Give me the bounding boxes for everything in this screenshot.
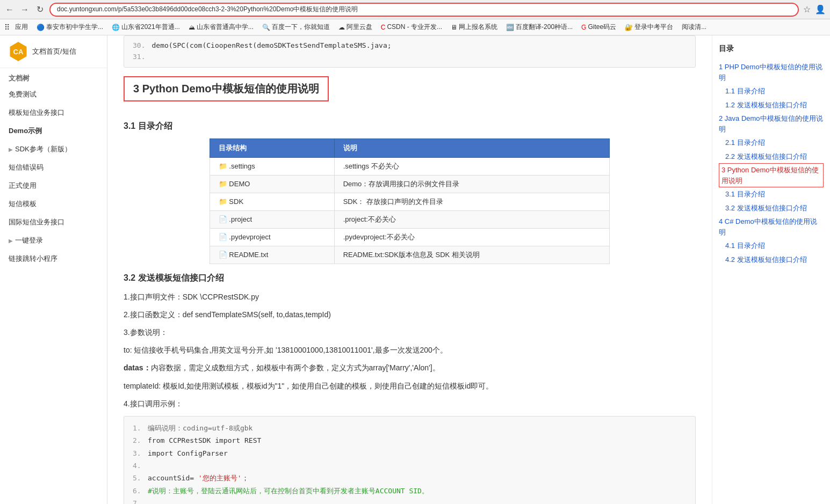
toc-panel: 目录 1 PHP Demo中模板短信的使用说明1.1 目录介绍1.2 发送模板短… <box>712 35 830 504</box>
toc-items-container: 1 PHP Demo中模板短信的使用说明1.1 目录介绍1.2 发送模板短信接口… <box>719 60 824 266</box>
bk9-favicon: G <box>581 24 586 31</box>
code-line: 4. <box>133 459 687 472</box>
bk5-favicon: ☁ <box>338 24 345 31</box>
toc-item-toc-2-2[interactable]: 2.2 发送模板短信接口介绍 <box>719 150 824 164</box>
url-text: doc.yuntongxun.com/p/5a533e0c3b8496dd00d… <box>57 5 358 14</box>
toc-item-toc-3[interactable]: 3 Python Demo中模板短信的使用说明 <box>719 163 824 187</box>
toc-item-toc-2-1[interactable]: 2.1 目录介绍 <box>719 136 824 150</box>
content-area: 30.demo(SPC(com(CioopenRest(demoSDKTestS… <box>107 35 712 504</box>
toc-item-toc-3-1[interactable]: 3.1 目录介绍 <box>719 187 824 201</box>
toc-item-toc-4[interactable]: 4 C# Demo中模板短信的使用说明 <box>719 215 824 239</box>
desc-item: 2.接口函数定义：def sendTemplateSMS(self, to,da… <box>124 308 696 322</box>
toc-item-toc-4-2[interactable]: 4.2 发送模板短信接口介绍 <box>719 253 824 267</box>
dir-table: 目录结构 说明 📁 .settings.settings 不必关心📁 DEMOD… <box>210 138 610 264</box>
code-line: 5.accountSid= '您的主账号'； <box>133 472 687 484</box>
apps-label[interactable]: 应用 <box>12 21 31 33</box>
section-heading: 3 Python Demo中模板短信的使用说明 <box>124 76 329 101</box>
toc-item-toc-1-1[interactable]: 1.1 目录介绍 <box>719 84 824 98</box>
code-block: 1.编码说明：coding=utf-8或gbk2.from CCPRestSDK… <box>124 416 696 504</box>
toc-item-toc-1[interactable]: 1 PHP Demo中模板短信的使用说明 <box>719 60 824 84</box>
bk8-favicon: 🔤 <box>506 24 514 31</box>
bookmark-bk9[interactable]: G Gitee码云 <box>578 21 619 33</box>
bk1-favicon: 🔵 <box>37 24 45 31</box>
desc-items-container: 1.接口声明文件：SDK \CCPRestSDK.py2.接口函数定义：def … <box>124 290 696 411</box>
desc-item: 4.接口调用示例： <box>124 397 696 411</box>
bk10-favicon: 🔐 <box>625 24 633 31</box>
bookmark-bk2[interactable]: 🌐 山东省2021年普通... <box>109 21 183 33</box>
code-line: 7. <box>133 497 687 504</box>
sidebar-breadcrumb[interactable]: 文档首页/短信 <box>32 47 76 56</box>
code-line: 1.编码说明：coding=utf-8或gbk <box>133 422 687 434</box>
sidebar-item-demo[interactable]: Demo示例 <box>0 122 107 140</box>
desc-item: to: 短信接收手机号码集合,用英文逗号分开,如 '13810001000,13… <box>124 344 696 357</box>
doc-tree-label: 文档树 <box>0 68 107 85</box>
sidebar-item-intl-sms[interactable]: 国际短信业务接口 <box>0 213 107 231</box>
main-layout: CA 文档首页/短信 文档树 免费测试 模板短信业务接口 Demo示例 SDK参… <box>0 35 830 504</box>
sidebar-item-sms-template[interactable]: 短信模板 <box>0 195 107 213</box>
table-row: 📄 .project.project:不必关心 <box>210 210 610 228</box>
bookmark-bk6[interactable]: C CSDN - 专业开发... <box>378 21 445 33</box>
bk7-favicon: 🖥 <box>451 24 457 31</box>
sidebar-item-sms-error[interactable]: 短信错误码 <box>0 158 107 177</box>
desc-item: 1.接口声明文件：SDK \CCPRestSDK.py <box>124 290 696 304</box>
bk3-favicon: ⛰ <box>189 24 195 31</box>
table-row: 📁 SDKSDK： 存放接口声明的文件目录 <box>210 193 610 210</box>
prev-code-block: 30.demo(SPC(com(CioopenRest(demoSDKTestS… <box>124 35 696 68</box>
table-row: 📁 .settings.settings 不必关心 <box>210 157 610 175</box>
browser-bar: ← → ↻ doc.yuntongxun.com/p/5a533e0c3b849… <box>0 0 830 19</box>
bookmark-bk10[interactable]: 🔐 登录中考平台 <box>622 21 676 33</box>
code-line: 2.from CCPRestSDK import REST <box>133 434 687 447</box>
apps-icon[interactable]: ⠿ <box>4 23 10 32</box>
sidebar-item-free-test[interactable]: 免费测试 <box>0 85 107 104</box>
table-row: 📁 DEMODemo：存放调用接口的示例文件目录 <box>210 175 610 193</box>
bookmark-star-icon[interactable]: ☆ <box>803 4 811 14</box>
table-row: 📄 .pydevproject.pydevproject:不必关心 <box>210 228 610 246</box>
bookmark-bk8[interactable]: 🔤 百度翻译-200种语... <box>503 21 576 33</box>
desc-item: datas：内容数据，需定义成数组方式，如模板中有两个参数，定义方式为array… <box>124 361 696 375</box>
bk4-favicon: 🔍 <box>262 24 270 31</box>
bookmark-bk7[interactable]: 🖥 网上报名系统 <box>448 21 501 33</box>
profile-icon[interactable]: 👤 <box>815 4 826 14</box>
back-button[interactable]: ← <box>4 4 15 15</box>
logo-icon: CA <box>9 42 28 61</box>
subsection-3-2: 3.2 发送模板短信接口介绍 <box>124 273 696 284</box>
bookmarks-bar: ⠿ 应用 🔵 泰安市初中学生学... 🌐 山东省2021年普通... ⛰ 山东省… <box>0 19 830 35</box>
sidebar-item-mini-program[interactable]: 链接跳转小程序 <box>0 250 107 268</box>
toc-item-toc-3-2[interactable]: 3.2 发送模板短信接口介绍 <box>719 201 824 215</box>
sidebar-item-template-api[interactable]: 模板短信业务接口 <box>0 104 107 122</box>
sidebar-item-sdk[interactable]: SDK参考（新版） <box>0 140 107 158</box>
sidebar: CA 文档首页/短信 文档树 免费测试 模板短信业务接口 Demo示例 SDK参… <box>0 35 107 504</box>
address-bar[interactable]: doc.yuntongxun.com/p/5a533e0c3b8496dd00d… <box>49 3 799 17</box>
sidebar-item-one-click-login[interactable]: 一键登录 <box>0 231 107 250</box>
sidebar-logo: CA 文档首页/短信 <box>0 35 107 68</box>
desc-item: 3.参数说明： <box>124 326 696 339</box>
toc-item-toc-2[interactable]: 2 Java Demo中模板短信的使用说明 <box>719 112 824 136</box>
toc-item-toc-4-1[interactable]: 4.1 目录介绍 <box>719 239 824 253</box>
toc-item-toc-1-2[interactable]: 1.2 发送模板短信接口介绍 <box>719 98 824 112</box>
bookmark-bk5[interactable]: ☁ 阿里云盘 <box>335 21 376 33</box>
code-line: 6.#说明：主账号，登陆云通讯网站后，可在控制台首页中看到开发者主账号ACCOU… <box>133 485 687 497</box>
bk6-favicon: C <box>381 24 386 31</box>
table-row: 📄 README.txtREADME.txt:SDK版本信息及 SDK 相关说明 <box>210 246 610 264</box>
bk2-favicon: 🌐 <box>112 24 120 31</box>
code-line: 3.import ConfigParser <box>133 447 687 459</box>
bookmark-bk3[interactable]: ⛰ 山东省普通高中学... <box>185 21 257 33</box>
subsection-3-1: 3.1 目录介绍 <box>124 121 696 132</box>
reload-button[interactable]: ↻ <box>34 4 45 15</box>
dir-table-header-structure: 目录结构 <box>210 138 334 157</box>
browser-icons: ☆ 👤 <box>803 4 826 14</box>
toc-title: 目录 <box>719 44 824 54</box>
sidebar-item-formal-use[interactable]: 正式使用 <box>0 177 107 195</box>
bookmark-bk11[interactable]: 阅读清... <box>679 21 710 33</box>
desc-item: templateId: 模板Id,如使用测试模板，模板id为"1"，如使用自己创… <box>124 379 696 393</box>
dir-table-header-desc: 说明 <box>334 138 610 157</box>
bookmark-bk4[interactable]: 🔍 百度一下，你就知道 <box>259 21 333 33</box>
bookmark-bk1[interactable]: 🔵 泰安市初中学生学... <box>33 21 106 33</box>
forward-button[interactable]: → <box>19 4 30 15</box>
